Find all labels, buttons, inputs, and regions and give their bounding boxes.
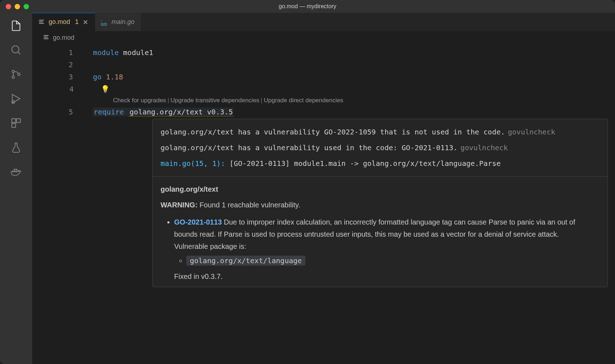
extensions-icon[interactable] bbox=[10, 117, 23, 129]
tab-dirty-count: 1 bbox=[75, 18, 79, 26]
vulnerability-item: GO-2021-0113 Due to improper index calcu… bbox=[174, 216, 600, 282]
close-icon[interactable] bbox=[82, 19, 89, 25]
hover-diagnostics: golang.org/x/text has a vulnerability GO… bbox=[153, 119, 607, 177]
search-icon[interactable] bbox=[10, 44, 23, 56]
run-debug-icon[interactable] bbox=[10, 92, 23, 105]
hover-detail: golang.org/x/text WARNING: Found 1 reach… bbox=[153, 177, 607, 287]
breadcrumb[interactable]: go.mod bbox=[32, 31, 615, 44]
svg-point-2 bbox=[12, 70, 15, 73]
diagnostic-message: golang.org/x/text has a vulnerability GO… bbox=[161, 124, 600, 140]
tabs-row: go.mod 1 -GO main.go bbox=[32, 13, 615, 31]
hover-warning: WARNING: Found 1 reachable vulnerability… bbox=[161, 199, 600, 211]
line-number: 5 bbox=[32, 106, 93, 118]
codelens[interactable]: Check for upgrades|Upgrade transitive de… bbox=[32, 95, 615, 106]
code-editor[interactable]: 1module module1 2 3go 1.18 4💡 Check for … bbox=[32, 44, 615, 364]
window-title: go.mod — mydirectory bbox=[279, 3, 336, 10]
editor-region: go.mod 1 -GO main.go go.mod 1module modu… bbox=[32, 13, 615, 364]
tab-go-mod[interactable]: go.mod 1 bbox=[32, 13, 95, 31]
file-lines-icon bbox=[38, 19, 45, 26]
line-number: 1 bbox=[32, 46, 93, 59]
line-number: 3 bbox=[32, 71, 93, 83]
titlebar: go.mod — mydirectory bbox=[0, 0, 615, 13]
vulnerable-package: golang.org/x/text/language bbox=[186, 256, 305, 266]
docker-icon[interactable] bbox=[10, 165, 23, 178]
line-number: 2 bbox=[32, 59, 93, 71]
explorer-icon[interactable] bbox=[10, 19, 23, 32]
vulnerability-id-link[interactable]: GO-2021-0113 bbox=[174, 218, 222, 226]
tab-label: main.go bbox=[112, 18, 134, 26]
activity-bar bbox=[0, 13, 32, 364]
close-window-button[interactable] bbox=[6, 4, 11, 9]
diagnostic-message: golang.org/x/text has a vulnerability us… bbox=[161, 140, 600, 156]
svg-rect-12 bbox=[14, 169, 15, 170]
svg-rect-13 bbox=[16, 169, 17, 170]
svg-rect-7 bbox=[16, 119, 20, 123]
svg-rect-8 bbox=[12, 123, 16, 127]
file-lines-icon bbox=[43, 34, 49, 41]
maximize-window-button[interactable] bbox=[24, 4, 29, 9]
line-number: 4 bbox=[32, 83, 93, 95]
diagnostic-related[interactable]: main.go(15, 1): [GO-2021-0113] module1.m… bbox=[161, 156, 600, 171]
svg-point-0 bbox=[12, 46, 19, 53]
hover-tooltip: golang.org/x/text has a vulnerability GO… bbox=[152, 119, 608, 287]
svg-rect-6 bbox=[12, 119, 16, 123]
tab-main-go[interactable]: -GO main.go bbox=[95, 13, 141, 31]
go-file-icon: -GO bbox=[101, 19, 108, 26]
window-controls bbox=[6, 4, 29, 9]
svg-line-1 bbox=[18, 52, 20, 54]
breadcrumb-file: go.mod bbox=[53, 34, 74, 41]
minimize-window-button[interactable] bbox=[15, 4, 20, 9]
fixed-in: Fixed in v0.3.7. bbox=[174, 270, 585, 282]
hover-detail-title: golang.org/x/text bbox=[161, 183, 600, 195]
svg-point-4 bbox=[18, 73, 20, 76]
lightbulb-icon[interactable]: 💡 bbox=[101, 83, 110, 95]
tab-label: go.mod bbox=[49, 18, 70, 26]
testing-icon[interactable] bbox=[10, 141, 23, 154]
svg-point-3 bbox=[12, 76, 15, 79]
source-control-icon[interactable] bbox=[10, 68, 23, 81]
